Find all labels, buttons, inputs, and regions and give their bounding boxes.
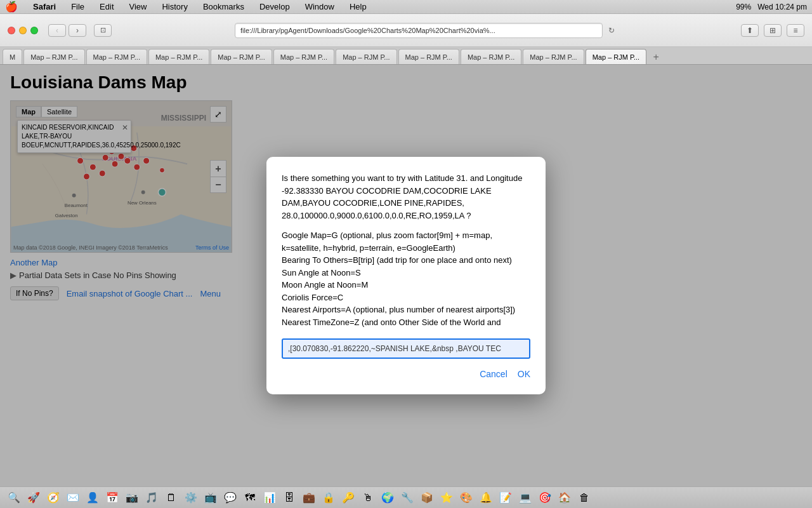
sidebar-toggle-button[interactable]: ⊡ xyxy=(94,24,112,37)
tab-8[interactable]: Map – RJM P... xyxy=(461,49,521,64)
menubar: 🍎 Safari File Edit View History Bookmark… xyxy=(0,0,812,14)
add-tab-button[interactable]: + xyxy=(649,50,663,64)
dock-numbers[interactable]: 📊 xyxy=(261,489,278,507)
dock-safari[interactable]: 🧭 xyxy=(44,489,62,507)
dock-star[interactable]: ⭐ xyxy=(438,489,455,507)
battery-status: 99% xyxy=(736,3,751,11)
dock-security[interactable]: 🔒 xyxy=(320,489,337,507)
address-bar[interactable]: file:///Library/pgAgent/Downloads/Google… xyxy=(235,23,603,38)
dock-keys[interactable]: 🔑 xyxy=(339,489,357,507)
share-button[interactable]: ⬆ xyxy=(741,24,759,37)
dock-maps[interactable]: 🗺 xyxy=(241,489,259,507)
menubar-file[interactable]: File xyxy=(69,2,87,11)
dock-globe[interactable]: 🌍 xyxy=(379,489,396,507)
modal-dialog: Is there something you want to try with … xyxy=(266,157,546,394)
minimize-button[interactable] xyxy=(19,27,27,34)
dock-settings[interactable]: ⚙️ xyxy=(182,489,200,507)
tab-4[interactable]: Map – RJM P... xyxy=(211,49,272,64)
tab-1[interactable]: Map – RJM P... xyxy=(23,49,84,64)
dock-notes[interactable]: 🗒 xyxy=(162,489,180,507)
main-content: Louisiana Dams Map Bea xyxy=(0,65,812,486)
modal-body: Is there something you want to try with … xyxy=(282,172,530,328)
titlebar-actions: ⬆ ⊞ ≡ xyxy=(741,24,804,37)
menubar-bookmarks[interactable]: Bookmarks xyxy=(200,2,247,11)
tab-9[interactable]: Map – RJM P... xyxy=(523,49,584,64)
dock-notifications[interactable]: 🔔 xyxy=(477,489,495,507)
tab-2[interactable]: Map – RJM P... xyxy=(86,49,147,64)
dock-music[interactable]: 🎵 xyxy=(143,489,160,507)
dock-trash[interactable]: 🗑 xyxy=(575,489,593,507)
dock-text[interactable]: 📝 xyxy=(497,489,514,507)
dock-mouse[interactable]: 🖱 xyxy=(359,489,377,507)
traffic-lights xyxy=(8,27,38,34)
back-button[interactable]: ‹ xyxy=(48,24,66,37)
show-tabs-button[interactable]: ≡ xyxy=(787,24,804,37)
dock-contacts[interactable]: 👤 xyxy=(84,489,102,507)
menubar-view[interactable]: View xyxy=(127,2,150,11)
dock-target[interactable]: 🎯 xyxy=(536,489,554,507)
titlebar: ‹ › ⊡ file:///Library/pgAgent/Downloads/… xyxy=(0,14,812,47)
dock-tv[interactable]: 📺 xyxy=(202,489,219,507)
modal-input[interactable] xyxy=(282,338,530,359)
modal-cancel-button[interactable]: Cancel xyxy=(480,369,508,379)
tabs-bar: M Map – RJM P... Map – RJM P... Map – RJ… xyxy=(0,47,812,65)
dock-portfolio[interactable]: 💼 xyxy=(300,489,318,507)
tab-5[interactable]: Map – RJM P... xyxy=(273,49,334,64)
menubar-edit[interactable]: Edit xyxy=(97,2,116,11)
tab-10[interactable]: Map – RJM P... xyxy=(586,49,646,64)
dock-imessage[interactable]: 💬 xyxy=(221,489,239,507)
dock-home[interactable]: 🏠 xyxy=(556,489,573,507)
dock-design[interactable]: 🎨 xyxy=(457,489,475,507)
menubar-develop[interactable]: Develop xyxy=(257,2,292,11)
fullscreen-button[interactable] xyxy=(30,27,38,34)
menubar-status-area: 99% Wed 10:24 pm xyxy=(736,3,807,11)
modal-para2: Google Map=G (optional, plus zoom factor… xyxy=(282,229,530,328)
reload-button[interactable]: ↻ xyxy=(605,24,618,37)
dock: 🔍 🚀 🧭 ✉️ 👤 📅 📷 🎵 🗒 ⚙️ 📺 💬 🗺 📊 🗄 💼 🔒 🔑 🖱 … xyxy=(0,486,812,508)
url-text: file:///Library/pgAgent/Downloads/Google… xyxy=(240,27,495,34)
dock-laptop[interactable]: 💻 xyxy=(516,489,534,507)
dock-database[interactable]: 🗄 xyxy=(280,489,298,507)
dock-packages[interactable]: 📦 xyxy=(418,489,436,507)
new-tab-button[interactable]: ⊞ xyxy=(764,24,782,37)
menubar-help[interactable]: Help xyxy=(347,2,369,11)
nav-buttons: ‹ › xyxy=(48,24,86,37)
forward-button[interactable]: › xyxy=(69,24,86,37)
dock-tools[interactable]: 🔧 xyxy=(398,489,416,507)
dock-photos[interactable]: 📷 xyxy=(123,489,141,507)
modal-para1: Is there something you want to try with … xyxy=(282,172,530,222)
dock-launchpad[interactable]: 🚀 xyxy=(25,489,43,507)
tab-7[interactable]: Map – RJM P... xyxy=(398,49,459,64)
modal-ok-button[interactable]: OK xyxy=(518,369,530,379)
apple-menu-icon[interactable]: 🍎 xyxy=(5,1,18,13)
tab-0[interactable]: M xyxy=(3,49,22,64)
dock-finder[interactable]: 🔍 xyxy=(5,489,23,507)
dock-mail[interactable]: ✉️ xyxy=(64,489,82,507)
menubar-window[interactable]: Window xyxy=(303,2,337,11)
tab-6[interactable]: Map – RJM P... xyxy=(336,49,396,64)
modal-footer: Cancel OK xyxy=(282,369,530,379)
close-button[interactable] xyxy=(8,27,15,34)
dock-calendar[interactable]: 📅 xyxy=(103,489,121,507)
time-display: Wed 10:24 pm xyxy=(757,3,807,11)
modal-overlay: Is there something you want to try with … xyxy=(0,65,812,486)
tab-3[interactable]: Map – RJM P... xyxy=(148,49,209,64)
menubar-history[interactable]: History xyxy=(159,2,190,11)
address-bar-area: file:///Library/pgAgent/Downloads/Google… xyxy=(117,23,736,38)
menubar-safari[interactable]: Safari xyxy=(30,2,58,11)
